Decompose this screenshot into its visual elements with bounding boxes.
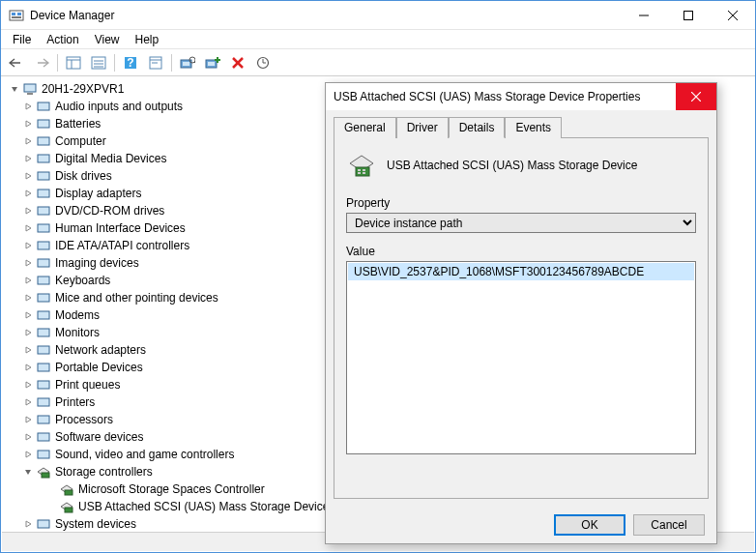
chevron-right-icon[interactable]: [22, 329, 34, 336]
maximize-button[interactable]: [666, 1, 711, 30]
svg-rect-1: [12, 13, 15, 15]
svg-rect-42: [38, 294, 49, 302]
category-icon: [36, 325, 51, 340]
chevron-right-icon[interactable]: [22, 311, 34, 319]
chevron-right-icon[interactable]: [22, 294, 34, 302]
tree-category-label: Audio inputs and outputs: [55, 100, 183, 113]
dialog-close-button[interactable]: [676, 83, 716, 110]
chevron-right-icon[interactable]: [22, 433, 34, 441]
value-listbox[interactable]: USB\VID_2537&PID_1068\MSFT300123456789AB…: [346, 261, 696, 454]
chevron-down-icon[interactable]: [22, 468, 34, 476]
tree-category-label: Monitors: [55, 326, 100, 339]
chevron-right-icon[interactable]: [22, 259, 34, 267]
chevron-right-icon[interactable]: [22, 520, 34, 528]
tree-category-label: Computer: [55, 134, 106, 148]
ok-button[interactable]: OK: [554, 514, 625, 536]
update-driver-button[interactable]: [251, 52, 275, 73]
tree-category-label: Network adapters: [55, 343, 146, 357]
tab-details[interactable]: Details: [449, 117, 506, 138]
svg-rect-39: [38, 242, 49, 249]
tree-category-label: Software devices: [55, 430, 143, 444]
tree-category-label: Batteries: [55, 117, 101, 131]
svg-rect-5: [684, 11, 693, 19]
chevron-right-icon[interactable]: [22, 242, 34, 249]
chevron-right-icon[interactable]: [22, 189, 34, 197]
menu-action[interactable]: Action: [41, 31, 84, 48]
menu-view[interactable]: View: [89, 31, 126, 48]
svg-rect-21: [183, 62, 189, 66]
add-hardware-button[interactable]: [201, 52, 224, 73]
chevron-right-icon[interactable]: [22, 207, 34, 215]
scan-hardware-button[interactable]: [176, 52, 199, 73]
chevron-right-icon[interactable]: [22, 276, 34, 284]
category-icon: [36, 429, 51, 445]
value-item[interactable]: USB\VID_2537&PID_1068\MSFT300123456789AB…: [348, 263, 694, 280]
svg-line-23: [194, 62, 195, 63]
svg-rect-61: [358, 172, 361, 174]
chevron-right-icon[interactable]: [22, 102, 34, 110]
svg-rect-54: [65, 508, 73, 512]
category-icon: [36, 186, 51, 201]
chevron-right-icon[interactable]: [22, 364, 34, 371]
svg-rect-31: [38, 102, 49, 110]
svg-rect-38: [38, 224, 49, 232]
back-button[interactable]: [5, 52, 28, 73]
svg-text:?: ?: [127, 56, 133, 70]
chevron-right-icon[interactable]: [22, 155, 34, 162]
show-hide-tree-button[interactable]: [62, 52, 85, 73]
chevron-right-icon[interactable]: [22, 381, 34, 389]
svg-rect-41: [38, 276, 49, 284]
chevron-down-icon[interactable]: [9, 85, 20, 93]
category-icon: [36, 203, 51, 218]
properties-button[interactable]: [87, 52, 110, 73]
svg-rect-47: [38, 381, 49, 389]
chevron-right-icon[interactable]: [22, 451, 34, 458]
tree-device-label: Microsoft Storage Spaces Controller: [78, 482, 265, 496]
chevron-right-icon[interactable]: [22, 416, 34, 423]
category-icon: [36, 238, 51, 253]
uninstall-button[interactable]: [226, 52, 249, 73]
minimize-button[interactable]: [622, 1, 666, 30]
tab-general[interactable]: General: [334, 117, 396, 138]
svg-rect-58: [356, 167, 369, 176]
chevron-right-icon[interactable]: [22, 120, 34, 128]
svg-rect-48: [38, 398, 49, 406]
menu-file[interactable]: File: [7, 31, 37, 48]
category-icon: [36, 377, 51, 393]
dialog-tabs: General Driver Details Events: [334, 116, 709, 138]
chevron-right-icon[interactable]: [22, 346, 34, 354]
dialog-titlebar: USB Attached SCSI (UAS) Mass Storage Dev…: [326, 83, 716, 110]
chevron-right-icon[interactable]: [22, 137, 34, 145]
category-icon: [36, 220, 51, 236]
svg-rect-52: [42, 473, 49, 478]
category-icon: [36, 360, 51, 375]
menu-help[interactable]: Help: [130, 31, 165, 48]
tab-events[interactable]: Events: [505, 117, 562, 138]
category-icon: [36, 412, 51, 427]
tree-category-label: Processors: [55, 413, 113, 426]
category-icon: [36, 447, 51, 462]
device-icon: [59, 481, 74, 497]
tree-category-label: Print queues: [55, 378, 120, 392]
forward-button[interactable]: [30, 52, 53, 73]
chevron-right-icon[interactable]: [22, 398, 34, 406]
svg-rect-34: [38, 155, 49, 162]
action-button[interactable]: [144, 52, 167, 73]
cancel-button[interactable]: Cancel: [633, 514, 705, 536]
chevron-right-icon[interactable]: [22, 224, 34, 232]
tree-category-label: Sound, video and game controllers: [55, 448, 234, 461]
svg-rect-35: [38, 172, 49, 180]
tree-category-label: Digital Media Devices: [55, 152, 166, 165]
tab-driver[interactable]: Driver: [396, 117, 449, 138]
svg-rect-37: [38, 207, 49, 215]
close-button[interactable]: [711, 1, 755, 30]
chevron-right-icon[interactable]: [22, 172, 34, 180]
help-button[interactable]: ?: [119, 52, 142, 73]
tree-category-label: Portable Devices: [55, 361, 143, 374]
svg-rect-59: [358, 169, 361, 171]
tree-device-label: USB Attached SCSI (UAS) Mass Storage Dev…: [78, 500, 329, 513]
svg-rect-36: [38, 189, 49, 197]
svg-rect-55: [38, 520, 49, 528]
property-select[interactable]: Device instance path: [346, 213, 696, 233]
category-icon: [36, 394, 51, 410]
